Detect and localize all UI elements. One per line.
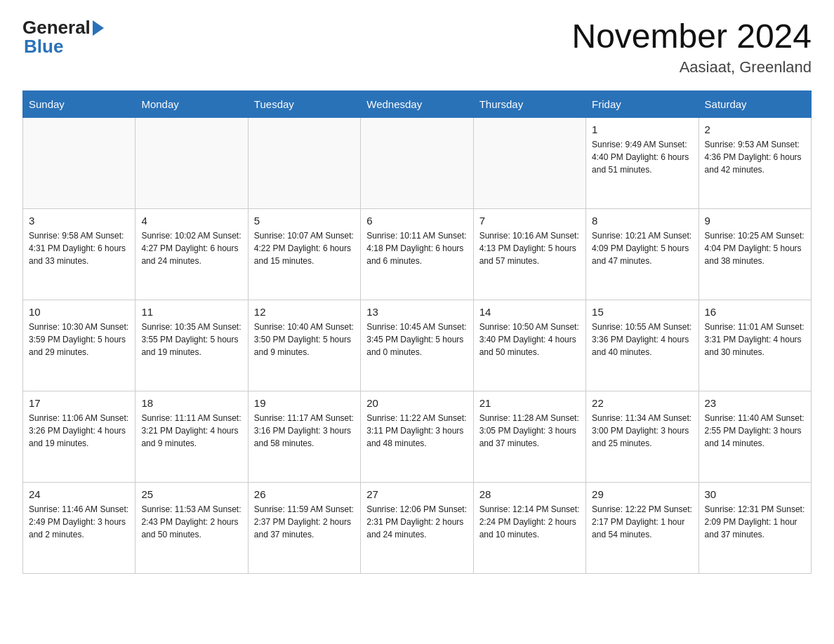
calendar-cell: 15Sunrise: 10:55 AM Sunset: 3:36 PM Dayl… bbox=[586, 300, 699, 391]
day-info: Sunrise: 9:53 AM Sunset: 4:36 PM Dayligh… bbox=[705, 138, 805, 176]
day-info: Sunrise: 11:53 AM Sunset: 2:43 PM Daylig… bbox=[141, 503, 241, 541]
calendar-cell: 4Sunrise: 10:02 AM Sunset: 4:27 PM Dayli… bbox=[135, 209, 248, 300]
calendar-cell: 23Sunrise: 11:40 AM Sunset: 2:55 PM Dayl… bbox=[699, 391, 811, 483]
day-info: Sunrise: 11:01 AM Sunset: 3:31 PM Daylig… bbox=[705, 321, 805, 358]
calendar-title: November 2024 bbox=[571, 17, 812, 55]
day-number: 12 bbox=[254, 306, 355, 318]
day-number: 18 bbox=[141, 397, 241, 409]
calendar-cell: 24Sunrise: 11:46 AM Sunset: 2:49 PM Dayl… bbox=[23, 483, 135, 574]
header-sunday: Sunday bbox=[23, 91, 135, 118]
calendar-cell: 19Sunrise: 11:17 AM Sunset: 3:16 PM Dayl… bbox=[248, 391, 360, 483]
day-number: 25 bbox=[141, 488, 241, 500]
day-number: 9 bbox=[705, 215, 805, 227]
header-monday: Monday bbox=[135, 91, 248, 118]
calendar-cell bbox=[473, 118, 585, 209]
day-info: Sunrise: 11:34 AM Sunset: 3:00 PM Daylig… bbox=[592, 412, 692, 450]
day-number: 3 bbox=[29, 215, 129, 227]
calendar-cell: 6Sunrise: 10:11 AM Sunset: 4:18 PM Dayli… bbox=[361, 209, 473, 300]
day-info: Sunrise: 10:40 AM Sunset: 3:50 PM Daylig… bbox=[254, 321, 355, 358]
day-number: 24 bbox=[29, 488, 129, 500]
day-number: 8 bbox=[592, 215, 692, 227]
day-info: Sunrise: 11:46 AM Sunset: 2:49 PM Daylig… bbox=[29, 503, 129, 541]
day-info: Sunrise: 11:22 AM Sunset: 3:11 PM Daylig… bbox=[366, 412, 467, 450]
day-number: 11 bbox=[141, 306, 241, 318]
calendar-header-row: SundayMondayTuesdayWednesdayThursdayFrid… bbox=[23, 91, 812, 118]
day-info: Sunrise: 11:28 AM Sunset: 3:05 PM Daylig… bbox=[479, 412, 580, 450]
day-number: 19 bbox=[254, 397, 355, 409]
day-number: 23 bbox=[705, 397, 805, 409]
calendar-week-row: 17Sunrise: 11:06 AM Sunset: 3:26 PM Dayl… bbox=[23, 391, 812, 483]
calendar-week-row: 1Sunrise: 9:49 AM Sunset: 4:40 PM Daylig… bbox=[23, 118, 812, 209]
calendar-cell: 11Sunrise: 10:35 AM Sunset: 3:55 PM Dayl… bbox=[135, 300, 248, 391]
calendar-week-row: 24Sunrise: 11:46 AM Sunset: 2:49 PM Dayl… bbox=[23, 483, 812, 574]
calendar-cell: 12Sunrise: 10:40 AM Sunset: 3:50 PM Dayl… bbox=[248, 300, 360, 391]
calendar-cell: 3Sunrise: 9:58 AM Sunset: 4:31 PM Daylig… bbox=[23, 209, 135, 300]
day-info: Sunrise: 12:14 PM Sunset: 2:24 PM Daylig… bbox=[479, 503, 580, 541]
calendar-cell: 30Sunrise: 12:31 PM Sunset: 2:09 PM Dayl… bbox=[699, 483, 811, 574]
calendar-cell: 7Sunrise: 10:16 AM Sunset: 4:13 PM Dayli… bbox=[473, 209, 585, 300]
calendar-cell: 17Sunrise: 11:06 AM Sunset: 3:26 PM Dayl… bbox=[23, 391, 135, 483]
day-info: Sunrise: 10:45 AM Sunset: 3:45 PM Daylig… bbox=[366, 321, 467, 358]
header-friday: Friday bbox=[586, 91, 699, 118]
day-number: 29 bbox=[592, 488, 692, 500]
day-number: 17 bbox=[29, 397, 129, 409]
calendar-cell: 13Sunrise: 10:45 AM Sunset: 3:45 PM Dayl… bbox=[361, 300, 473, 391]
day-number: 26 bbox=[254, 488, 355, 500]
day-info: Sunrise: 10:55 AM Sunset: 3:36 PM Daylig… bbox=[592, 321, 692, 358]
day-info: Sunrise: 10:35 AM Sunset: 3:55 PM Daylig… bbox=[141, 321, 241, 358]
calendar-cell: 16Sunrise: 11:01 AM Sunset: 3:31 PM Dayl… bbox=[699, 300, 811, 391]
calendar-cell: 5Sunrise: 10:07 AM Sunset: 4:22 PM Dayli… bbox=[248, 209, 360, 300]
header-tuesday: Tuesday bbox=[248, 91, 360, 118]
day-info: Sunrise: 12:22 PM Sunset: 2:17 PM Daylig… bbox=[592, 503, 692, 541]
calendar-cell: 21Sunrise: 11:28 AM Sunset: 3:05 PM Dayl… bbox=[473, 391, 585, 483]
calendar-title-area: November 2024 Aasiaat, Greenland bbox=[571, 17, 812, 76]
day-number: 13 bbox=[366, 306, 467, 318]
day-number: 21 bbox=[479, 397, 580, 409]
day-number: 10 bbox=[29, 306, 129, 318]
calendar-cell: 10Sunrise: 10:30 AM Sunset: 3:59 PM Dayl… bbox=[23, 300, 135, 391]
day-number: 22 bbox=[592, 397, 692, 409]
day-info: Sunrise: 10:21 AM Sunset: 4:09 PM Daylig… bbox=[592, 229, 692, 267]
calendar-cell bbox=[23, 118, 135, 209]
day-info: Sunrise: 10:02 AM Sunset: 4:27 PM Daylig… bbox=[141, 229, 241, 267]
day-info: Sunrise: 11:59 AM Sunset: 2:37 PM Daylig… bbox=[254, 503, 355, 541]
calendar-cell: 8Sunrise: 10:21 AM Sunset: 4:09 PM Dayli… bbox=[586, 209, 699, 300]
day-number: 6 bbox=[366, 215, 467, 227]
calendar-cell bbox=[135, 118, 248, 209]
day-number: 5 bbox=[254, 215, 355, 227]
calendar-cell: 1Sunrise: 9:49 AM Sunset: 4:40 PM Daylig… bbox=[586, 118, 699, 209]
day-info: Sunrise: 10:50 AM Sunset: 3:40 PM Daylig… bbox=[479, 321, 580, 358]
logo: General Blue bbox=[22, 17, 104, 58]
day-number: 2 bbox=[705, 123, 805, 135]
calendar-cell: 20Sunrise: 11:22 AM Sunset: 3:11 PM Dayl… bbox=[361, 391, 473, 483]
day-number: 1 bbox=[592, 123, 692, 135]
day-info: Sunrise: 11:17 AM Sunset: 3:16 PM Daylig… bbox=[254, 412, 355, 450]
logo-blue-text: Blue bbox=[24, 36, 63, 58]
calendar-cell bbox=[361, 118, 473, 209]
header-thursday: Thursday bbox=[473, 91, 585, 118]
calendar-cell: 29Sunrise: 12:22 PM Sunset: 2:17 PM Dayl… bbox=[586, 483, 699, 574]
day-number: 16 bbox=[705, 306, 805, 318]
day-number: 30 bbox=[705, 488, 805, 500]
day-info: Sunrise: 10:25 AM Sunset: 4:04 PM Daylig… bbox=[705, 229, 805, 267]
day-info: Sunrise: 11:11 AM Sunset: 3:21 PM Daylig… bbox=[141, 412, 241, 450]
calendar-cell: 25Sunrise: 11:53 AM Sunset: 2:43 PM Dayl… bbox=[135, 483, 248, 574]
day-info: Sunrise: 12:31 PM Sunset: 2:09 PM Daylig… bbox=[705, 503, 805, 541]
day-number: 28 bbox=[479, 488, 580, 500]
day-info: Sunrise: 10:07 AM Sunset: 4:22 PM Daylig… bbox=[254, 229, 355, 267]
page-header: General Blue November 2024 Aasiaat, Gree… bbox=[22, 17, 812, 76]
day-number: 20 bbox=[366, 397, 467, 409]
day-info: Sunrise: 10:11 AM Sunset: 4:18 PM Daylig… bbox=[366, 229, 467, 267]
day-info: Sunrise: 9:49 AM Sunset: 4:40 PM Dayligh… bbox=[592, 138, 692, 176]
day-info: Sunrise: 12:06 PM Sunset: 2:31 PM Daylig… bbox=[366, 503, 467, 541]
day-number: 15 bbox=[592, 306, 692, 318]
day-info: Sunrise: 11:06 AM Sunset: 3:26 PM Daylig… bbox=[29, 412, 129, 450]
day-number: 27 bbox=[366, 488, 467, 500]
calendar-table: SundayMondayTuesdayWednesdayThursdayFrid… bbox=[22, 90, 812, 574]
calendar-cell: 9Sunrise: 10:25 AM Sunset: 4:04 PM Dayli… bbox=[699, 209, 811, 300]
day-number: 7 bbox=[479, 215, 580, 227]
calendar-week-row: 10Sunrise: 10:30 AM Sunset: 3:59 PM Dayl… bbox=[23, 300, 812, 391]
calendar-cell: 18Sunrise: 11:11 AM Sunset: 3:21 PM Dayl… bbox=[135, 391, 248, 483]
calendar-week-row: 3Sunrise: 9:58 AM Sunset: 4:31 PM Daylig… bbox=[23, 209, 812, 300]
day-number: 4 bbox=[141, 215, 241, 227]
